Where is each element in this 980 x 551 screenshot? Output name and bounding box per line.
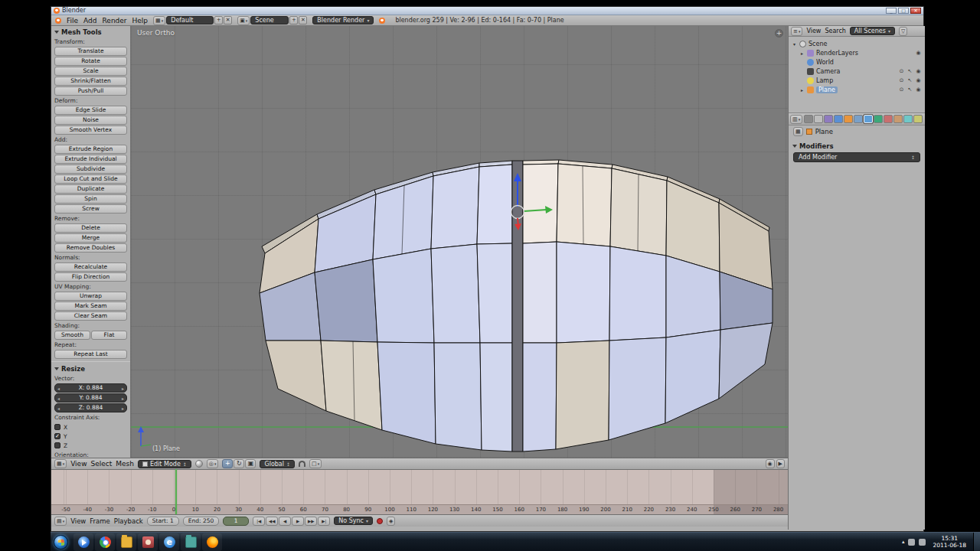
add-modifier-dropdown[interactable]: Add Modifier ↕ [793, 152, 920, 162]
taskbar-app-folder[interactable] [181, 533, 201, 551]
jump-to-end-button[interactable]: ▶| [318, 517, 330, 526]
tool-button-clear-seam[interactable]: Clear Seam [54, 311, 127, 321]
tab-scene[interactable] [814, 115, 823, 123]
delete-layout-button[interactable]: ✕ [224, 16, 232, 24]
blender-menu-icon[interactable] [55, 18, 61, 24]
toggle-eye-icon[interactable]: ⊙ [898, 86, 905, 93]
transform-orientation-dropdown[interactable]: Global ↕ [260, 460, 295, 468]
menu-playback[interactable]: Playback [114, 517, 143, 525]
tab-render[interactable] [804, 115, 813, 123]
mesh-right-half[interactable] [523, 160, 773, 452]
tool-button-edge-slide[interactable]: Edge Slide [54, 106, 127, 115]
taskbar-app-file-explorer[interactable] [116, 533, 136, 551]
outliner-row-camera[interactable]: Camera⊙↖◉ [789, 67, 925, 76]
tool-button-noise[interactable]: Noise [54, 116, 127, 125]
tab-material[interactable] [884, 115, 893, 123]
tool-button-remove-doubles[interactable]: Remove Doubles [54, 243, 127, 253]
vector-field-y[interactable]: ◂Y: 0.884▸ [54, 393, 127, 403]
tool-button-merge[interactable]: Merge [54, 233, 127, 243]
opengl-render-image-icon[interactable]: ◉ [766, 459, 775, 468]
outliner-row-renderlayers[interactable]: ▸RenderLayers◉ [789, 48, 925, 57]
translate-manipulator-button[interactable]: + [222, 459, 233, 468]
network-icon[interactable] [908, 539, 915, 546]
increment-arrow-icon[interactable]: ▸ [122, 406, 124, 411]
toggle-camera-icon[interactable]: ◉ [915, 86, 922, 93]
operator-panel-header[interactable]: Resize [54, 364, 127, 373]
tool-button-extrude-individual[interactable]: Extrude Individual [54, 155, 127, 164]
tool-button-repeat-last[interactable]: Repeat Last [54, 350, 127, 359]
expander-icon[interactable]: ▸ [799, 51, 805, 56]
tab-render-layers[interactable] [824, 115, 833, 123]
tab-constraints[interactable] [854, 115, 863, 123]
outliner-row-plane[interactable]: ▸Plane⊙↖◉ [789, 85, 925, 94]
taskbar-app-google-chrome[interactable] [95, 533, 115, 551]
expander-icon[interactable]: ▸ [799, 87, 805, 93]
tool-button-unwrap[interactable]: Unwrap [54, 292, 127, 301]
snap-element-dropdown[interactable]: □▾ [309, 459, 322, 468]
minimize-button[interactable]: _ [886, 8, 897, 14]
opengl-render-anim-icon[interactable]: ▶ [776, 459, 785, 468]
rotate-manipulator-button[interactable]: ↻ [234, 459, 244, 468]
toggle-eye-icon[interactable]: ⊙ [898, 77, 905, 83]
menu-add[interactable]: Add [83, 17, 96, 24]
checkbox-x[interactable] [54, 424, 60, 430]
display-filter-dropdown[interactable]: All Scenes ▾ [850, 27, 895, 35]
play-reverse-button[interactable]: ◀ [279, 517, 291, 526]
menu-view[interactable]: View [70, 517, 86, 525]
filter-funnel-icon[interactable]: ▽ [899, 27, 907, 36]
checkbox-z[interactable] [54, 442, 60, 448]
tool-button-extrude-region[interactable]: Extrude Region [54, 145, 127, 154]
close-button[interactable]: ✕ [910, 8, 921, 14]
browse-id-icon[interactable]: ▦ [793, 127, 803, 136]
toggle-camera-icon[interactable]: ◉ [915, 68, 922, 74]
tab-world[interactable] [834, 115, 843, 123]
tool-button-recalculate[interactable]: Recalculate [54, 262, 127, 272]
toggle-cursor-icon[interactable]: ↖ [906, 77, 913, 83]
current-frame-field[interactable]: 1 [223, 517, 249, 526]
mode-dropdown[interactable]: Edit Mode ↕ [138, 460, 191, 468]
maximize-button[interactable]: □ [898, 8, 909, 14]
delete-scene-button[interactable]: ✕ [299, 16, 307, 24]
timeline-strip[interactable] [51, 469, 788, 504]
outliner-row-scene[interactable]: ▾Scene [789, 39, 925, 48]
browse-layout-icon[interactable]: ▦▾ [153, 16, 165, 25]
toggle-camera-icon[interactable]: ◉ [915, 50, 922, 56]
tab-object[interactable] [844, 115, 853, 123]
play-button[interactable]: ▶ [292, 517, 304, 526]
menu-file[interactable]: File [67, 17, 78, 24]
editor-type-properties-icon[interactable]: ▥▾ [790, 115, 802, 124]
pivot-point-dropdown[interactable]: ◎▾ [207, 459, 219, 468]
tool-button-smooth-vertex[interactable]: Smooth Vertex [54, 126, 127, 135]
taskbar-app-windows-media-player[interactable] [74, 533, 93, 551]
tab-texture[interactable] [893, 115, 903, 123]
tool-button-translate[interactable]: Translate [54, 47, 127, 56]
menu-select[interactable]: Select [91, 460, 113, 468]
menu-view[interactable]: View [806, 28, 821, 34]
outliner-row-lamp[interactable]: Lamp⊙↖◉ [789, 76, 925, 85]
outliner-row-world[interactable]: World [789, 57, 925, 67]
editor-type-3dview-icon[interactable]: ▦▾ [54, 459, 67, 468]
menu-mesh[interactable]: Mesh [116, 460, 134, 468]
toggle-eye-icon[interactable]: ⊙ [898, 68, 905, 74]
tool-button-mark-seam[interactable]: Mark Seam [54, 302, 127, 311]
show-hidden-icons-button[interactable]: ▴ [902, 539, 905, 545]
snap-toggle-magnet-icon[interactable] [299, 461, 305, 467]
region-expand-icon[interactable]: + [775, 29, 783, 37]
tab-data[interactable] [874, 115, 883, 123]
render-engine-dropdown[interactable]: Blender Render ▾ [312, 16, 374, 24]
scale-manipulator-button[interactable]: ▣ [245, 459, 256, 468]
toggle-camera-icon[interactable]: ◉ [915, 77, 922, 83]
add-scene-button[interactable]: + [289, 16, 298, 24]
browse-scene-icon[interactable]: ▣▾ [237, 16, 250, 25]
tab-physics[interactable] [913, 115, 923, 123]
tool-button-shrink-flatten[interactable]: Shrink/Flatten [54, 77, 127, 86]
editor-type-timeline-icon[interactable]: ▤▾ [54, 517, 67, 526]
scene-field[interactable]: Scene [250, 16, 289, 24]
tool-button-delete[interactable]: Delete [54, 223, 127, 233]
viewport-shading-dropdown[interactable] [195, 460, 203, 468]
menu-search[interactable]: Search [825, 28, 845, 34]
tool-button-push-pull[interactable]: Push/Pull [54, 86, 127, 96]
toolshelf-panel-header[interactable]: Mesh Tools [54, 28, 127, 37]
increment-arrow-icon[interactable]: ▸ [122, 396, 124, 401]
vector-field-x[interactable]: ◂X: 0.884▸ [54, 383, 127, 393]
